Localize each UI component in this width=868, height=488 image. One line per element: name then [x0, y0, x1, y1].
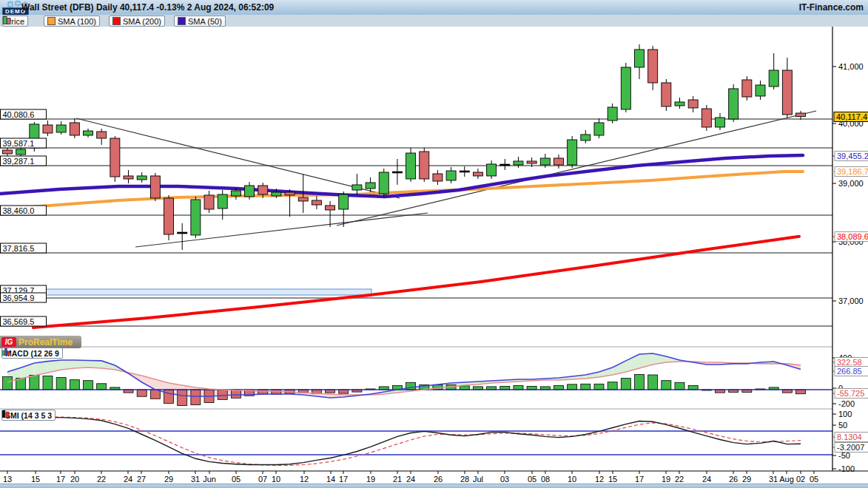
candlestick [675, 102, 684, 106]
macd-histogram-bar [662, 381, 671, 390]
candlestick [756, 85, 765, 96]
macd-histogram-bar [608, 382, 617, 390]
macd-histogram-bar [339, 390, 349, 393]
price-tick-label: 37,000 [838, 296, 864, 305]
macd-histogram-bar [648, 375, 658, 390]
date-label: 22 [97, 475, 106, 484]
candlestick [540, 158, 550, 165]
macd-histogram-bar [3, 377, 13, 390]
date-label: 17 [339, 475, 348, 484]
main-chart: 41,00040,00039,00038,00037,0004000-20010… [0, 0, 868, 488]
macd-histogram-bar [43, 376, 53, 390]
indicator-tick-label: -100 [838, 464, 855, 473]
candlestick [716, 118, 725, 127]
support-zone-band [0, 289, 371, 295]
candlestick [339, 194, 349, 209]
candlestick [191, 200, 201, 235]
candlestick [16, 149, 26, 155]
macd-histogram-bar [634, 375, 644, 390]
candlestick [608, 107, 617, 121]
date-label: 08 [541, 475, 550, 484]
smi-signal-line [7, 416, 801, 465]
macd-histogram-bar [84, 381, 93, 390]
candlestick [70, 123, 79, 135]
date-label: 24 [702, 475, 711, 484]
sma200-line [33, 237, 799, 328]
smi-line [7, 416, 801, 464]
date-label: 14 [326, 475, 335, 484]
candlestick [581, 135, 591, 140]
date-label: 10 [272, 475, 280, 484]
candlestick [446, 171, 456, 180]
date-label: 21 [393, 475, 402, 484]
date-label: 15 [31, 475, 40, 484]
date-label: 31 [769, 475, 778, 484]
date-label: Aug [779, 475, 794, 484]
candlestick [84, 131, 93, 135]
candlestick [110, 138, 120, 177]
candlestick [662, 83, 671, 106]
date-label: 26 [434, 475, 443, 484]
macd-histogram-bar [688, 385, 698, 390]
candlestick [218, 194, 227, 209]
indicator-value-label: 39,455.2 [837, 152, 868, 160]
macd-histogram-bar [554, 385, 563, 390]
indicator-value-label: 39,186.7 [837, 167, 868, 176]
candlestick [352, 185, 362, 190]
candlestick [43, 125, 53, 133]
candlestick [137, 176, 147, 180]
candlestick [688, 100, 698, 108]
candlestick [272, 192, 281, 196]
macd-indicator-tab[interactable]: MACD (12 26 9 [1, 348, 63, 359]
date-label: 27 [137, 475, 146, 484]
macd-histogram-bar [796, 390, 806, 394]
date-label: 20 [70, 475, 79, 484]
sma50-line [0, 155, 803, 197]
price-tick-label: 39,000 [838, 179, 864, 188]
level-label: 36,569.5 [3, 317, 35, 326]
date-label: 28 [460, 475, 469, 484]
level-label: 40,080.6 [3, 110, 35, 119]
candlestick [527, 161, 536, 163]
macd-histogram-bar [460, 386, 469, 390]
bottom-scroll-strip[interactable] [0, 484, 868, 488]
candlestick [648, 50, 658, 83]
level-label: 39,287.1 [3, 157, 35, 166]
macd-icon [2, 348, 10, 356]
candlestick [204, 195, 214, 209]
date-label: 12 [595, 475, 604, 484]
candlestick [312, 200, 321, 205]
date-label: 19 [366, 475, 375, 484]
indicator-value-label: -55.725 [837, 389, 864, 398]
price-tick-label: 41,000 [838, 62, 864, 71]
indicator-tick-label: 50 [838, 421, 847, 430]
indicator-value-label: 8.1304 [837, 433, 862, 441]
macd-histogram-bar [164, 390, 174, 403]
candlestick [634, 50, 644, 67]
date-label: 03 [500, 475, 509, 484]
date-label: 02 [796, 475, 805, 484]
candlestick [487, 164, 497, 176]
smi-indicator-tab[interactable]: SMI (14 3 5 3 [1, 410, 55, 421]
date-label: 19 [662, 475, 670, 484]
candlestick [406, 153, 416, 179]
macd-histogram-bar [178, 390, 187, 406]
candlestick [326, 206, 335, 210]
macd-histogram-bar [56, 378, 66, 390]
indicator-tick-label: -200 [838, 399, 855, 408]
trendline [135, 213, 428, 247]
date-label: 10 [568, 475, 576, 484]
indicator-value-label: 266.85 [837, 367, 862, 376]
candlestick [420, 152, 429, 179]
candlestick [621, 67, 630, 109]
candlestick [782, 70, 792, 115]
candlestick [245, 186, 255, 197]
candlestick [97, 132, 107, 138]
date-label: 15 [608, 475, 617, 484]
candlestick [514, 161, 523, 165]
macd-histogram-bar [675, 382, 684, 390]
indicator-value-label: 38,089.6 [837, 232, 868, 241]
date-label: 24 [124, 475, 132, 484]
macd-label: MACD (12 26 9 [5, 349, 59, 358]
date-label: 31 [191, 475, 200, 484]
